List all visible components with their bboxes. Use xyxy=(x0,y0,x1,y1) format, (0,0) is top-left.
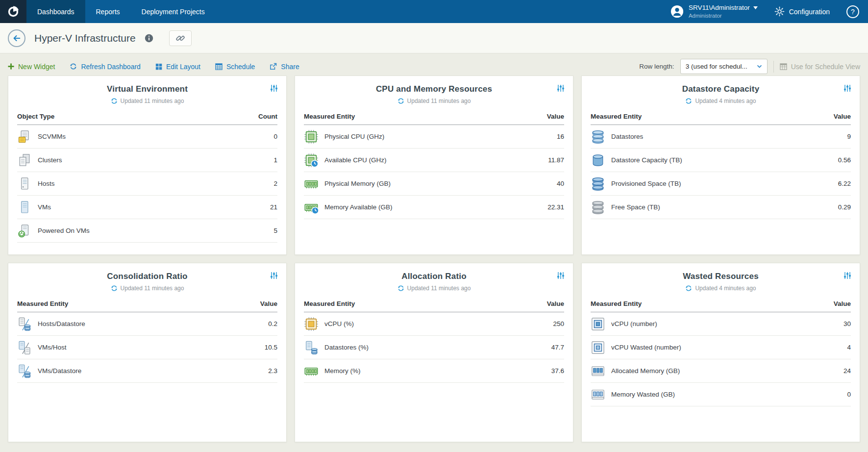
table-row[interactable]: Hosts/Datastore0.2 xyxy=(17,312,277,336)
refresh-icon xyxy=(111,98,118,104)
updated-text: Updated 11 minutes ago xyxy=(121,285,184,292)
table-row[interactable]: vCPU (number)30 xyxy=(591,312,851,336)
row-label: Datastores xyxy=(611,133,821,140)
primary-tabs: Dashboards Reports Deployment Projects xyxy=(26,0,216,23)
table-row[interactable]: Powered On VMs5 xyxy=(17,219,277,243)
row-value: 22.31 xyxy=(535,203,564,211)
row-label: VMs/Datastore xyxy=(38,367,248,375)
row-label: vCPU (%) xyxy=(324,320,535,327)
configuration-button[interactable]: Configuration xyxy=(774,6,830,17)
row-length-select[interactable]: 3 (used for schedul... xyxy=(680,59,768,74)
table-body: SCVMMs0Clusters1Hosts2VMs21Powered On VM… xyxy=(17,125,277,243)
powered-on-vms-icon xyxy=(17,224,32,238)
user-menu[interactable]: SRV11\Administrator Administrator xyxy=(670,4,758,19)
physical-cpu-icon xyxy=(304,129,319,144)
row-value: 24 xyxy=(821,367,851,375)
table-row[interactable]: Datastores9 xyxy=(591,125,851,149)
table-row[interactable]: Memory Available (GB)22.31 xyxy=(304,196,564,219)
arrow-left-icon xyxy=(12,34,21,43)
table-row[interactable]: VMs21 xyxy=(17,196,277,219)
topnav-right-cluster: SRV11\Administrator Administrator Config… xyxy=(670,0,868,23)
row-value: 2.3 xyxy=(248,367,277,375)
tab-deployment-projects[interactable]: Deployment Projects xyxy=(131,0,216,23)
tab-reports[interactable]: Reports xyxy=(85,0,131,23)
vcpu-number-icon xyxy=(591,317,605,331)
widget-settings-icon[interactable] xyxy=(557,272,565,279)
row-label: Memory Available (GB) xyxy=(324,203,535,211)
row-value: 6.22 xyxy=(821,180,851,187)
table-header: Measured Entity Value xyxy=(304,300,564,312)
row-label: vCPU Wasted (number) xyxy=(611,344,821,351)
back-button[interactable] xyxy=(8,29,25,47)
row-label: SCVMMs xyxy=(38,133,248,140)
table-body: Physical CPU (GHz)16Available CPU (GHz)1… xyxy=(304,125,564,219)
use-for-schedule-view-button[interactable]: Use for Schedule View xyxy=(780,63,860,71)
table-row[interactable]: Available CPU (GHz)11.87 xyxy=(304,149,564,172)
dashboard-toolbar: New Widget Refresh Dashboard Edit Layout… xyxy=(0,53,868,75)
widget-updated: Updated 4 minutes ago xyxy=(591,98,851,104)
widget-settings-icon[interactable] xyxy=(270,84,278,92)
row-value: 5 xyxy=(248,227,277,234)
row-label: Physical CPU (GHz) xyxy=(324,133,535,140)
user-avatar-icon xyxy=(670,4,684,19)
widget-settings-icon[interactable] xyxy=(270,272,278,279)
table-row[interactable]: Physical Memory (GB)40 xyxy=(304,172,564,196)
row-label: Memory (%) xyxy=(324,367,535,375)
table-row[interactable]: SCVMMs0 xyxy=(17,125,277,149)
table-row[interactable]: Physical CPU (GHz)16 xyxy=(304,125,564,149)
edit-layout-label: Edit Layout xyxy=(166,63,200,71)
column-entity: Measured Entity xyxy=(591,300,642,307)
table-body: vCPU (%)250Datastores (%)47.7Memory (%)3… xyxy=(304,312,564,383)
schedule-button[interactable]: Schedule xyxy=(215,63,255,71)
table-row[interactable]: vCPU Wasted (number)4 xyxy=(591,336,851,359)
widget-settings-icon[interactable] xyxy=(557,84,565,92)
table-row[interactable]: Hosts2 xyxy=(17,172,277,196)
use-for-schedule-view-label: Use for Schedule View xyxy=(791,63,860,71)
table-row[interactable]: VMs/Host10.5 xyxy=(17,336,277,359)
hosts-per-datastore-icon xyxy=(17,317,32,331)
table-row[interactable]: Provisioned Space (TB)6.22 xyxy=(591,172,851,196)
row-label: Allocated Memory (GB) xyxy=(611,367,821,375)
table-row[interactable]: Memory Wasted (GB)0 xyxy=(591,383,851,406)
row-label: Hosts/Datastore xyxy=(38,320,248,327)
table-row[interactable]: Free Space (TB)0.29 xyxy=(591,196,851,219)
share-button[interactable]: Share xyxy=(270,63,299,71)
widget-settings-icon[interactable] xyxy=(843,272,851,279)
pie-logo-icon xyxy=(7,5,20,18)
table-header: Measured Entity Value xyxy=(591,113,851,125)
table-row[interactable]: vCPU (%)250 xyxy=(304,312,564,336)
row-label: Free Space (TB) xyxy=(611,203,821,211)
table-row[interactable]: Datastores (%)47.7 xyxy=(304,336,564,359)
widget-grid: Virtual Environment Updated 11 minutes a… xyxy=(0,75,868,442)
table-row[interactable]: Clusters1 xyxy=(17,149,277,172)
refresh-dashboard-button[interactable]: Refresh Dashboard xyxy=(70,63,140,71)
copy-link-button[interactable] xyxy=(169,30,192,46)
row-label: Clusters xyxy=(38,156,248,164)
edit-layout-button[interactable]: Edit Layout xyxy=(155,63,200,71)
toolbar-actions: New Widget Refresh Dashboard Edit Layout… xyxy=(8,63,299,71)
column-value: Value xyxy=(547,113,564,120)
table-row[interactable]: Datastore Capacity (TB)0.56 xyxy=(591,149,851,172)
provisioned-space-icon xyxy=(591,176,605,191)
column-value: Value xyxy=(834,113,851,120)
widget-title: Allocation Ratio xyxy=(304,263,564,281)
row-label: Hosts xyxy=(38,180,248,187)
chevron-down-icon xyxy=(757,65,762,68)
updated-text: Updated 4 minutes ago xyxy=(695,98,756,104)
refresh-icon xyxy=(70,63,77,70)
help-button[interactable]: ? xyxy=(846,5,859,18)
new-widget-button[interactable]: New Widget xyxy=(8,63,55,71)
vcpu-percent-icon xyxy=(304,317,319,331)
info-icon[interactable] xyxy=(145,34,153,43)
app-logo[interactable] xyxy=(0,0,26,23)
widget-settings-icon[interactable] xyxy=(843,84,851,92)
refresh-icon xyxy=(685,285,692,292)
widget-updated: Updated 11 minutes ago xyxy=(17,285,277,292)
table-row[interactable]: Memory (%)37.6 xyxy=(304,359,564,383)
table-row[interactable]: VMs/Datastore2.3 xyxy=(17,359,277,383)
tab-dashboards[interactable]: Dashboards xyxy=(26,0,85,23)
datastores-icon xyxy=(591,129,605,144)
schedule-view-icon xyxy=(780,63,787,70)
table-row[interactable]: Allocated Memory (GB)24 xyxy=(591,359,851,383)
updated-text: Updated 11 minutes ago xyxy=(407,98,471,104)
